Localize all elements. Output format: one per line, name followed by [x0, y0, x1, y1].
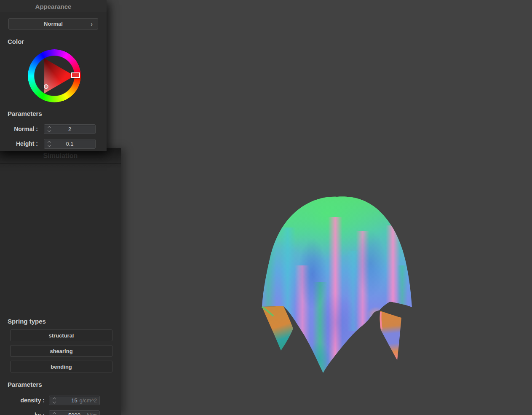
simulation-panel: Simulation Spring types structural shear… [0, 148, 121, 415]
spring-bending-button[interactable]: bending [10, 361, 112, 372]
density-spinner[interactable]: 15 g/cm^2 [49, 396, 100, 405]
mode-dropdown-label: Normal [44, 21, 63, 27]
spring-structural-button[interactable]: structural [10, 329, 112, 341]
ks-unit: N/m [87, 411, 97, 415]
spring-types-label: Spring types [8, 318, 46, 325]
mode-dropdown-button[interactable]: Normal › [8, 18, 98, 29]
height-value: 0.1 [44, 139, 95, 148]
density-unit: g/cm^2 [79, 396, 97, 405]
ks-label: ks : [0, 410, 45, 415]
ks-spinner[interactable]: 5000 N/m [49, 410, 100, 415]
height-param-label: Height : [0, 139, 38, 149]
appearance-parameters-label: Parameters [8, 110, 42, 117]
appearance-panel-title: Appearance [35, 3, 72, 10]
hue-selector[interactable] [71, 72, 80, 78]
color-wheel[interactable] [28, 49, 81, 102]
cloth-right-flap [380, 311, 401, 360]
simulation-panel-title: Simulation [43, 152, 78, 160]
sim-parameters-label: Parameters [8, 381, 42, 388]
density-label: density : [0, 396, 45, 405]
normal-param-label: Normal : [0, 124, 38, 134]
cloth-left-flap [262, 306, 293, 351]
color-label: Color [8, 38, 24, 45]
cloth-right-flap-rim [381, 312, 382, 329]
appearance-panel: Appearance Normal › Color Parameters Nor… [0, 0, 107, 151]
chevron-right-icon: › [91, 21, 93, 27]
height-spinner[interactable]: 0.1 [44, 139, 96, 149]
spring-shearing-button[interactable]: shearing [10, 345, 112, 357]
app-window: Simulation Spring types structural shear… [0, 0, 532, 415]
normal-value: 2 [44, 125, 95, 134]
appearance-panel-header[interactable]: Appearance [0, 0, 107, 13]
saturation-value-selector[interactable] [44, 84, 48, 89]
normal-spinner[interactable]: 2 [44, 124, 96, 134]
